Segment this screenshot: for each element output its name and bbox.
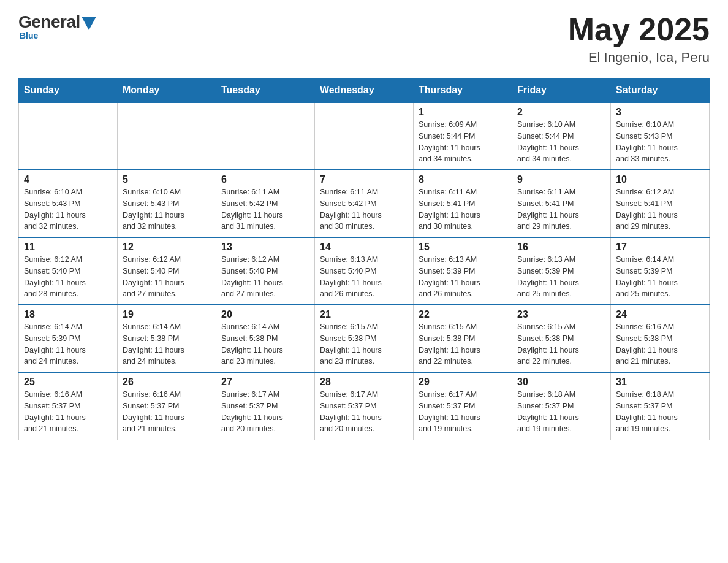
day-number: 21	[320, 309, 408, 320]
calendar-cell: 7Sunrise: 6:11 AM Sunset: 5:42 PM Daylig…	[315, 170, 414, 237]
calendar-cell: 16Sunrise: 6:13 AM Sunset: 5:39 PM Dayli…	[512, 237, 611, 305]
day-number: 5	[123, 174, 211, 185]
day-number: 1	[419, 107, 507, 118]
day-number: 29	[419, 377, 507, 388]
logo-general-text: General	[18, 12, 80, 32]
sun-info: Sunrise: 6:15 AM Sunset: 5:38 PM Dayligh…	[320, 323, 382, 366]
sun-info: Sunrise: 6:10 AM Sunset: 5:44 PM Dayligh…	[517, 120, 579, 163]
sun-info: Sunrise: 6:10 AM Sunset: 5:43 PM Dayligh…	[616, 120, 678, 163]
sun-info: Sunrise: 6:15 AM Sunset: 5:38 PM Dayligh…	[517, 323, 579, 366]
calendar-week-row: 1Sunrise: 6:09 AM Sunset: 5:44 PM Daylig…	[19, 102, 710, 170]
calendar-cell: 26Sunrise: 6:16 AM Sunset: 5:37 PM Dayli…	[118, 372, 216, 440]
calendar-cell: 12Sunrise: 6:12 AM Sunset: 5:40 PM Dayli…	[118, 237, 216, 305]
logo-blue-text: Blue	[20, 31, 38, 40]
sun-info: Sunrise: 6:10 AM Sunset: 5:43 PM Dayligh…	[123, 188, 184, 231]
calendar-cell: 18Sunrise: 6:14 AM Sunset: 5:39 PM Dayli…	[19, 305, 118, 372]
sun-info: Sunrise: 6:17 AM Sunset: 5:37 PM Dayligh…	[320, 390, 382, 433]
calendar-cell: 11Sunrise: 6:12 AM Sunset: 5:40 PM Dayli…	[19, 237, 118, 305]
day-number: 25	[24, 377, 112, 388]
sun-info: Sunrise: 6:16 AM Sunset: 5:38 PM Dayligh…	[616, 323, 678, 366]
calendar-cell: 4Sunrise: 6:10 AM Sunset: 5:43 PM Daylig…	[19, 170, 118, 237]
day-number: 30	[517, 377, 605, 388]
sun-info: Sunrise: 6:11 AM Sunset: 5:41 PM Dayligh…	[419, 188, 480, 231]
calendar-cell: 10Sunrise: 6:12 AM Sunset: 5:41 PM Dayli…	[611, 170, 710, 237]
sun-info: Sunrise: 6:14 AM Sunset: 5:39 PM Dayligh…	[616, 255, 678, 298]
sun-info: Sunrise: 6:09 AM Sunset: 5:44 PM Dayligh…	[419, 120, 480, 163]
calendar-cell	[216, 102, 315, 170]
page-header: General Blue May 2025 El Ingenio, Ica, P…	[18, 12, 710, 66]
day-number: 17	[616, 242, 704, 253]
sun-info: Sunrise: 6:12 AM Sunset: 5:40 PM Dayligh…	[221, 255, 283, 298]
calendar-week-row: 4Sunrise: 6:10 AM Sunset: 5:43 PM Daylig…	[19, 170, 710, 237]
day-number: 7	[320, 174, 408, 185]
sun-info: Sunrise: 6:16 AM Sunset: 5:37 PM Dayligh…	[123, 390, 184, 433]
sun-info: Sunrise: 6:17 AM Sunset: 5:37 PM Dayligh…	[419, 390, 480, 433]
col-header-wednesday: Wednesday	[315, 79, 414, 103]
calendar-cell: 31Sunrise: 6:18 AM Sunset: 5:37 PM Dayli…	[611, 372, 710, 440]
calendar-cell: 1Sunrise: 6:09 AM Sunset: 5:44 PM Daylig…	[414, 102, 512, 170]
col-header-friday: Friday	[512, 79, 611, 103]
logo-triangle-icon	[82, 17, 96, 30]
sun-info: Sunrise: 6:12 AM Sunset: 5:40 PM Dayligh…	[24, 255, 86, 298]
col-header-tuesday: Tuesday	[216, 79, 315, 103]
day-number: 3	[616, 107, 704, 118]
day-number: 26	[123, 377, 211, 388]
calendar-cell: 8Sunrise: 6:11 AM Sunset: 5:41 PM Daylig…	[414, 170, 512, 237]
calendar-cell: 6Sunrise: 6:11 AM Sunset: 5:42 PM Daylig…	[216, 170, 315, 237]
calendar-cell	[315, 102, 414, 170]
calendar-cell: 27Sunrise: 6:17 AM Sunset: 5:37 PM Dayli…	[216, 372, 315, 440]
calendar-cell: 13Sunrise: 6:12 AM Sunset: 5:40 PM Dayli…	[216, 237, 315, 305]
calendar-cell: 19Sunrise: 6:14 AM Sunset: 5:38 PM Dayli…	[118, 305, 216, 372]
sun-info: Sunrise: 6:12 AM Sunset: 5:40 PM Dayligh…	[123, 255, 184, 298]
calendar-cell: 15Sunrise: 6:13 AM Sunset: 5:39 PM Dayli…	[414, 237, 512, 305]
calendar-cell: 28Sunrise: 6:17 AM Sunset: 5:37 PM Dayli…	[315, 372, 414, 440]
logo: General Blue	[18, 12, 96, 40]
calendar-cell: 29Sunrise: 6:17 AM Sunset: 5:37 PM Dayli…	[414, 372, 512, 440]
day-number: 9	[517, 174, 605, 185]
calendar-cell: 23Sunrise: 6:15 AM Sunset: 5:38 PM Dayli…	[512, 305, 611, 372]
day-number: 13	[221, 242, 309, 253]
title-area: May 2025 El Ingenio, Ica, Peru	[568, 12, 710, 66]
day-number: 11	[24, 242, 112, 253]
sun-info: Sunrise: 6:12 AM Sunset: 5:41 PM Dayligh…	[616, 188, 678, 231]
day-number: 22	[419, 309, 507, 320]
calendar-cell: 25Sunrise: 6:16 AM Sunset: 5:37 PM Dayli…	[19, 372, 118, 440]
calendar-cell: 3Sunrise: 6:10 AM Sunset: 5:43 PM Daylig…	[611, 102, 710, 170]
calendar-cell: 9Sunrise: 6:11 AM Sunset: 5:41 PM Daylig…	[512, 170, 611, 237]
calendar-week-row: 18Sunrise: 6:14 AM Sunset: 5:39 PM Dayli…	[19, 305, 710, 372]
calendar-header-row: SundayMondayTuesdayWednesdayThursdayFrid…	[19, 79, 710, 103]
day-number: 10	[616, 174, 704, 185]
day-number: 18	[24, 309, 112, 320]
col-header-sunday: Sunday	[19, 79, 118, 103]
calendar-cell: 14Sunrise: 6:13 AM Sunset: 5:40 PM Dayli…	[315, 237, 414, 305]
col-header-saturday: Saturday	[611, 79, 710, 103]
sun-info: Sunrise: 6:16 AM Sunset: 5:37 PM Dayligh…	[24, 390, 86, 433]
day-number: 23	[517, 309, 605, 320]
col-header-thursday: Thursday	[414, 79, 512, 103]
day-number: 31	[616, 377, 704, 388]
day-number: 16	[517, 242, 605, 253]
calendar-cell	[118, 102, 216, 170]
day-number: 28	[320, 377, 408, 388]
calendar-week-row: 11Sunrise: 6:12 AM Sunset: 5:40 PM Dayli…	[19, 237, 710, 305]
day-number: 27	[221, 377, 309, 388]
day-number: 20	[221, 309, 309, 320]
sun-info: Sunrise: 6:13 AM Sunset: 5:40 PM Dayligh…	[320, 255, 382, 298]
calendar-cell	[19, 102, 118, 170]
sun-info: Sunrise: 6:17 AM Sunset: 5:37 PM Dayligh…	[221, 390, 283, 433]
calendar-cell: 24Sunrise: 6:16 AM Sunset: 5:38 PM Dayli…	[611, 305, 710, 372]
calendar-week-row: 25Sunrise: 6:16 AM Sunset: 5:37 PM Dayli…	[19, 372, 710, 440]
calendar-cell: 2Sunrise: 6:10 AM Sunset: 5:44 PM Daylig…	[512, 102, 611, 170]
calendar-cell: 22Sunrise: 6:15 AM Sunset: 5:38 PM Dayli…	[414, 305, 512, 372]
sun-info: Sunrise: 6:18 AM Sunset: 5:37 PM Dayligh…	[616, 390, 678, 433]
sun-info: Sunrise: 6:18 AM Sunset: 5:37 PM Dayligh…	[517, 390, 579, 433]
col-header-monday: Monday	[118, 79, 216, 103]
sun-info: Sunrise: 6:10 AM Sunset: 5:43 PM Dayligh…	[24, 188, 86, 231]
calendar-cell: 17Sunrise: 6:14 AM Sunset: 5:39 PM Dayli…	[611, 237, 710, 305]
sun-info: Sunrise: 6:14 AM Sunset: 5:39 PM Dayligh…	[24, 323, 86, 366]
sun-info: Sunrise: 6:13 AM Sunset: 5:39 PM Dayligh…	[517, 255, 579, 298]
day-number: 14	[320, 242, 408, 253]
calendar-table: SundayMondayTuesdayWednesdayThursdayFrid…	[18, 78, 710, 440]
day-number: 8	[419, 174, 507, 185]
calendar-cell: 21Sunrise: 6:15 AM Sunset: 5:38 PM Dayli…	[315, 305, 414, 372]
